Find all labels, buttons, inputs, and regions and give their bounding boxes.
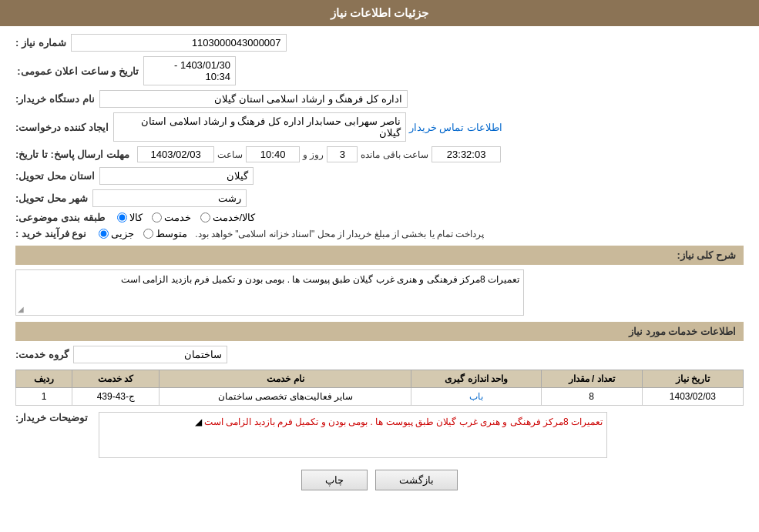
etela-khadamat-section-label: اطلاعات خدمات مورد نیاز <box>629 326 736 337</box>
noe-farayand-row: پرداخت تمام یا بخشی از مبلغ خریدار از مح… <box>15 228 744 239</box>
mohlat-label: مهلت ارسال پاسخ: تا تاریخ: <box>15 149 129 160</box>
resize-icon: ◢ <box>18 305 24 313</box>
tarikh-elan-label: تاریخ و ساعت اعلان عمومی: <box>15 65 139 77</box>
page-title: جزئیات اطلاعات نیاز <box>331 6 428 19</box>
tosih-resize-icon: ◢ <box>195 417 202 427</box>
col-nam-khedmat: نام خدمت <box>160 370 411 388</box>
ijad-konnande-value: ناصر سهرابی حسابدار اداره کل فرهنگ و ارش… <box>113 112 406 142</box>
bazgasht-button[interactable]: بازگشت <box>375 470 458 490</box>
sharh-niaz-section-label: شرح کلی نیاز: <box>677 249 736 261</box>
shahr-row: رشت شهر محل تحویل: <box>15 189 744 207</box>
table-row: 1403/02/03 8 باب سایر فعالیت‌های تخصصی س… <box>16 388 744 406</box>
cell-radif: 1 <box>16 388 72 406</box>
ostan-row: گیلان استان محل تحویل: <box>15 167 744 185</box>
shomare-niaz-value: 1103000043000007 <box>71 34 287 52</box>
noe-farayand-label: نوع فرآیند خرید : <box>15 228 86 239</box>
etlaat-tamas-link[interactable]: اطلاعات تماس خریدار <box>409 122 502 133</box>
baghimande-label: ساعت باقی مانده <box>361 149 428 160</box>
tosih-text: تعمیرات 8مرکز فرهنگی و هنری غرب گیلان طب… <box>204 417 603 427</box>
sharh-niaz-container: تعمیرات 8مرکز فرهنگی و هنری غرب گیلان طب… <box>15 269 744 316</box>
ostan-value: گیلان <box>99 167 254 185</box>
tarikh-elan-row: 1403/01/30 - 10:34 تاریخ و ساعت اعلان عم… <box>15 56 744 85</box>
cell-nam-khedmat: سایر فعالیت‌های تخصصی ساختمان <box>160 388 411 406</box>
radio-motevaset-label: متوسط <box>156 228 187 239</box>
cell-vahed[interactable]: باب <box>411 388 541 406</box>
page-container: جزئیات اطلاعات نیاز 1103000043000007 شما… <box>0 0 759 532</box>
cell-tedad: 8 <box>541 388 642 406</box>
tosih-label: توضیحات خریدار: <box>15 412 88 423</box>
radio-khedmat[interactable]: خدمت <box>152 212 191 223</box>
khadamat-table: تاریخ نیاز تعداد / مقدار واحد اندازه گیر… <box>15 370 744 406</box>
tarikh-date: 1403/02/03 <box>137 146 214 162</box>
table-header-row: تاریخ نیاز تعداد / مقدار واحد اندازه گیر… <box>16 370 744 388</box>
rooz-label: روز و <box>303 149 324 160</box>
radio-jozee-label: جزیی <box>111 228 134 239</box>
sharh-niaz-box: تعمیرات 8مرکز فرهنگی و هنری غرب گیلان طب… <box>15 269 524 316</box>
ostan-label: استان محل تحویل: <box>15 170 95 182</box>
nam-dastgah-value: اداره کل فرهنگ و ارشاد اسلامی استان گیلا… <box>99 90 408 108</box>
content-area: 1103000043000007 شماره نیاز : 1403/01/30… <box>0 26 759 506</box>
radio-kala-khedmat[interactable]: کالا/خدمت <box>200 212 256 223</box>
tarifbandi-label: طبقه بندی موضوعی: <box>15 212 105 223</box>
button-row: بازگشت چاپ <box>15 470 744 490</box>
rooz-value: 3 <box>327 146 358 162</box>
mohlat-row: 23:32:03 ساعت باقی مانده 3 روز و 10:40 س… <box>15 146 744 162</box>
ijad-konnande-row: اطلاعات تماس خریدار ناصر سهرابی حسابدار … <box>15 112 744 142</box>
radio-jozee[interactable]: جزیی <box>99 228 134 239</box>
radio-jozee-input[interactable] <box>99 229 109 239</box>
radio-kala-khedmat-input[interactable] <box>200 212 210 223</box>
shomare-niaz-label: شماره نیاز : <box>15 37 66 49</box>
sharh-niaz-section-header: شرح کلی نیاز: <box>15 246 744 265</box>
radio-kala[interactable]: کالا <box>117 212 143 223</box>
tarikh-elan-value: 1403/01/30 - 10:34 <box>143 56 236 85</box>
tosih-box: تعمیرات 8مرکز فرهنگی و هنری غرب گیلان طب… <box>99 412 607 458</box>
grohe-khadamat-value: ساختمان <box>73 346 227 363</box>
grohe-khadamat-label: گروه خدمت: <box>15 349 69 360</box>
col-kod-khedmat: کد خدمت <box>72 370 160 388</box>
col-tarikh-niaz: تاریخ نیاز <box>642 370 743 388</box>
radio-motevaset[interactable]: متوسط <box>143 228 187 239</box>
grohe-khadamat-row: ساختمان گروه خدمت: <box>15 346 744 363</box>
ijad-konnande-label: ایجاد کننده درخواست: <box>15 122 109 133</box>
col-radif: ردیف <box>16 370 72 388</box>
radio-khedmat-input[interactable] <box>152 212 162 223</box>
chap-button[interactable]: چاپ <box>301 470 368 490</box>
table-body: 1403/02/03 8 باب سایر فعالیت‌های تخصصی س… <box>16 388 744 406</box>
radio-kala-label: کالا <box>129 212 143 223</box>
saat-label: ساعت <box>217 149 243 160</box>
radio-kala-khedmat-label: کالا/خدمت <box>213 212 256 223</box>
shomare-niaz-row: 1103000043000007 شماره نیاز : <box>15 34 744 52</box>
tarifbandi-radio-group: کالا/خدمت خدمت کالا <box>117 212 256 223</box>
etela-khadamat-section-header: اطلاعات خدمات مورد نیاز <box>15 322 744 341</box>
nam-dastgah-label: نام دستگاه خریدار: <box>15 93 95 105</box>
farayand-radio-group: متوسط جزیی <box>99 228 187 239</box>
page-header: جزئیات اطلاعات نیاز <box>0 0 759 26</box>
shahr-label: شهر محل تحویل: <box>15 192 88 204</box>
shahr-value: رشت <box>92 189 247 207</box>
radio-khedmat-label: خدمت <box>164 212 191 223</box>
col-tedad: تعداد / مقدار <box>541 370 642 388</box>
cell-tarikh-niaz: 1403/02/03 <box>642 388 743 406</box>
tosih-row: تعمیرات 8مرکز فرهنگی و هنری غرب گیلان طب… <box>15 412 744 458</box>
farayand-desc: پرداخت تمام یا بخشی از مبلغ خریدار از مح… <box>195 229 484 239</box>
sharh-niaz-text: تعمیرات 8مرکز فرهنگی و هنری غرب گیلان طب… <box>121 274 519 285</box>
cell-kod-khedmat: ج-43-439 <box>72 388 160 406</box>
saat-value: 10:40 <box>246 146 300 162</box>
khadamat-table-section: تاریخ نیاز تعداد / مقدار واحد اندازه گیر… <box>15 370 744 406</box>
radio-kala-input[interactable] <box>117 212 127 223</box>
baghimande-value: 23:32:03 <box>432 146 501 162</box>
nam-dastgah-row: اداره کل فرهنگ و ارشاد اسلامی استان گیلا… <box>15 90 744 108</box>
col-vahed: واحد اندازه گیری <box>411 370 541 388</box>
tarifbandi-row: کالا/خدمت خدمت کالا طبقه بندی موضوعی: <box>15 212 744 223</box>
radio-motevaset-input[interactable] <box>143 229 153 239</box>
